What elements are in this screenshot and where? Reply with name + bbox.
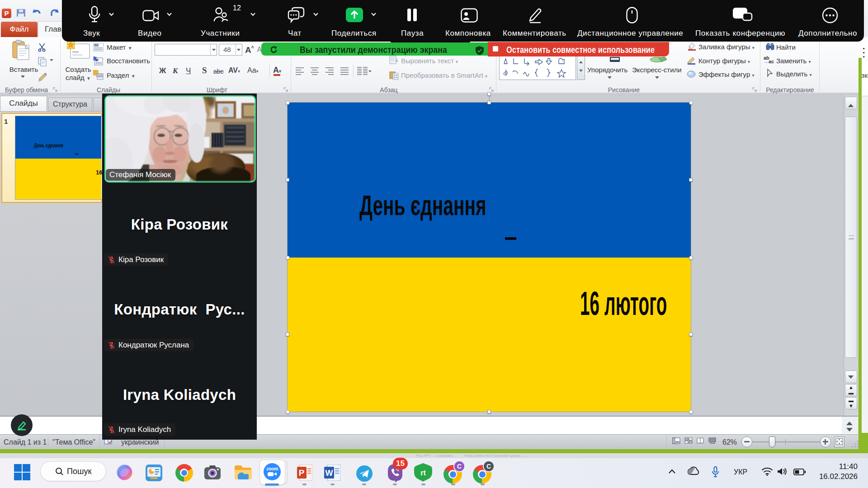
svg-text:W: W bbox=[326, 469, 333, 478]
svg-text:rt: rt bbox=[420, 469, 426, 477]
svg-text:P: P bbox=[299, 468, 305, 478]
svg-text:zoom: zoom bbox=[266, 466, 278, 471]
